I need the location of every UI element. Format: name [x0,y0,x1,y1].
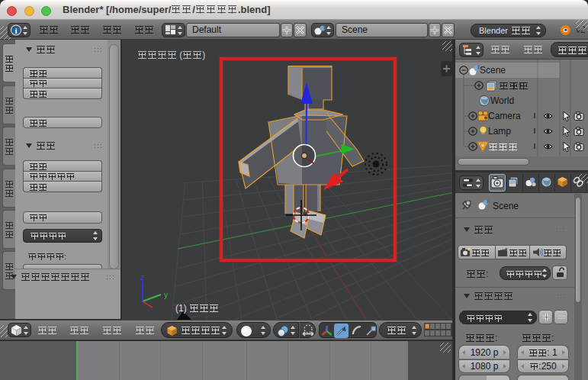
svg-text:z: z [140,273,144,282]
svg-text:y: y [164,291,168,299]
svg-text:i: i [14,26,17,35]
